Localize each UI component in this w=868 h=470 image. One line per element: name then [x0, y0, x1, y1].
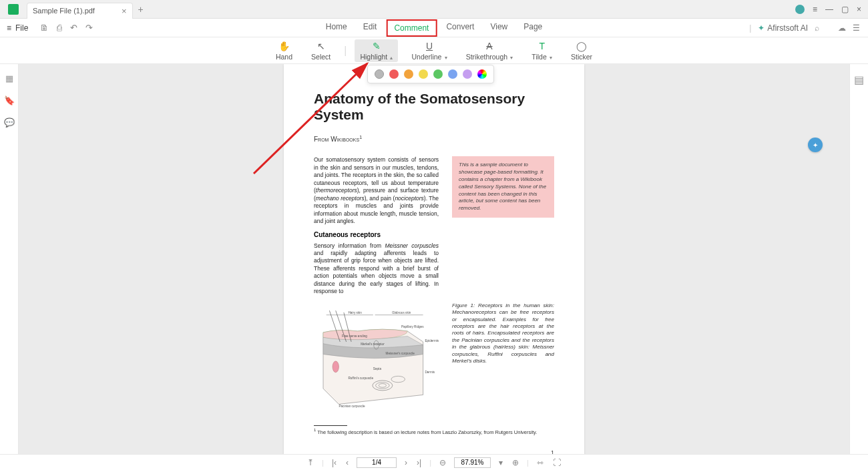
tool-tilde[interactable]: T Tilde ▾ [526, 39, 558, 62]
hand-icon: ✋ [278, 41, 290, 51]
tool-hand[interactable]: ✋ Hand [270, 39, 298, 62]
chevron-down-icon: ▾ [548, 55, 552, 61]
search-icon[interactable]: ⌕ [815, 23, 819, 33]
skin-figure: Hairy skin Glabrous skin Papillary Ridge… [314, 304, 439, 417]
app-logo [0, 4, 27, 15]
color-green[interactable] [433, 69, 443, 79]
footnote-rule [314, 425, 347, 426]
svg-point-11 [333, 361, 339, 373]
sidebar-right: ▤ [849, 64, 868, 454]
subheading: Cutaneous receptors [314, 231, 439, 238]
page-source: From Wikibooks1 [314, 135, 554, 143]
tool-sticker[interactable]: ◯ Sticker [566, 39, 598, 62]
zoom-out-icon[interactable]: ⊖ [438, 458, 447, 467]
document-viewport[interactable]: Anatomy of the Somatosensory System From… [19, 64, 849, 454]
maximize-icon[interactable]: ▢ [841, 5, 849, 14]
svg-text:Hairy skin: Hairy skin [348, 311, 362, 314]
sparkle-icon: ✦ [758, 23, 765, 33]
save-icon[interactable]: 🗎 [40, 23, 49, 33]
menu-edit[interactable]: Edit [357, 19, 384, 37]
minimize-icon[interactable]: — [825, 5, 833, 14]
fit-page-icon[interactable]: ⛶ [552, 458, 562, 467]
color-blue[interactable] [448, 69, 457, 79]
strikethrough-icon: A [486, 41, 492, 51]
titlebar: Sample File (1).pdf × + ≡ — ▢ × [0, 0, 868, 19]
svg-text:Septa: Septa [373, 367, 382, 371]
svg-text:Ruffini's corpuscle: Ruffini's corpuscle [348, 377, 373, 380]
file-menu[interactable]: ≡ File [0, 23, 35, 33]
hamburger-icon[interactable]: ≡ [813, 5, 817, 14]
cutaneous-paragraph: Sensory information from Meissner corpus… [314, 242, 439, 296]
sample-note-box: This is a sample document to showcase pa… [452, 156, 554, 218]
menu-icon: ≡ [7, 23, 11, 33]
ai-float-badge[interactable]: ✦ [808, 138, 823, 152]
zoom-dd-icon[interactable]: ▾ [497, 458, 504, 467]
prev-page-icon[interactable]: ‹ [345, 458, 350, 467]
sidebar-left: ▦ 🔖 💬 [0, 64, 19, 454]
svg-text:Papillary Ridges: Papillary Ridges [401, 325, 424, 328]
tool-select[interactable]: ↖ Select [306, 39, 336, 62]
fit-width-icon[interactable]: ⇿ [535, 458, 545, 467]
page-input[interactable] [357, 457, 397, 468]
undo-icon[interactable]: ↶ [70, 23, 77, 33]
menubar: ≡ File 🗎 ⎙ ↶ ↷ Home Edit Comment Convert… [0, 19, 868, 37]
color-custom[interactable] [477, 69, 487, 79]
close-icon[interactable]: × [857, 5, 861, 14]
svg-text:Pacinian corpuscle: Pacinian corpuscle [339, 405, 365, 408]
color-gray[interactable] [375, 69, 384, 79]
menu-view[interactable]: View [483, 19, 514, 37]
next-page-icon[interactable]: › [403, 458, 409, 467]
comment-toolbar: ✋ Hand ↖ Select | ✎ Highlight ▴ U Underl… [0, 37, 868, 64]
document-tab[interactable]: Sample File (1).pdf × [27, 3, 133, 19]
svg-text:Merkel's receptor: Merkel's receptor [361, 342, 385, 345]
tab-add-icon[interactable]: + [138, 4, 144, 15]
underline-icon: U [426, 41, 433, 51]
chevron-down-icon: ▾ [443, 55, 447, 61]
go-top-icon[interactable]: ⤒ [306, 458, 315, 467]
highlight-icon: ✎ [373, 41, 381, 51]
color-orange[interactable] [404, 69, 413, 79]
tool-underline[interactable]: U Underline ▾ [406, 39, 452, 62]
figure-caption: Figure 1: Receptors in the human skin: M… [452, 302, 554, 365]
page-number: 1 [314, 449, 554, 454]
color-red[interactable] [389, 69, 399, 79]
color-yellow[interactable] [419, 69, 428, 79]
properties-icon[interactable]: ▤ [854, 73, 864, 86]
svg-text:Meissner's corpuscle: Meissner's corpuscle [386, 351, 415, 355]
comments-panel-icon[interactable]: 💬 [4, 118, 15, 128]
user-avatar[interactable] [795, 5, 805, 14]
settings-lines-icon[interactable]: ☰ [853, 23, 860, 33]
svg-text:Glabrous skin: Glabrous skin [392, 311, 411, 314]
menu-page[interactable]: Page [517, 19, 549, 37]
menu-home[interactable]: Home [319, 19, 354, 37]
menu-comment[interactable]: Comment [386, 19, 437, 37]
zoom-input[interactable] [454, 457, 491, 468]
svg-text:Free nerve ending: Free nerve ending [342, 334, 367, 338]
svg-text:Epidermis: Epidermis [425, 339, 439, 342]
statusbar: ⤒ | |‹ ‹ › ›| | ⊖ ▾ ⊕ | ⇿ ⛶ [0, 454, 868, 470]
chevron-up-icon: ▴ [389, 55, 393, 61]
main-menu: Home Edit Comment Convert View Page [319, 19, 550, 37]
first-page-icon[interactable]: |‹ [331, 458, 338, 467]
footnote: 1 The following description is based on … [314, 428, 554, 435]
ai-text: Afirstsoft AI [767, 23, 808, 33]
last-page-icon[interactable]: ›| [415, 458, 423, 467]
zoom-in-icon[interactable]: ⊕ [511, 458, 520, 467]
redo-icon[interactable]: ↷ [85, 23, 93, 33]
cloud-icon[interactable]: ☁ [838, 23, 846, 33]
tool-strikethrough[interactable]: A Strikethrough ▾ [461, 39, 519, 62]
pdf-page: Anatomy of the Somatosensory System From… [284, 64, 584, 454]
color-palette [367, 65, 494, 83]
bookmark-icon[interactable]: 🔖 [4, 95, 15, 105]
tool-highlight[interactable]: ✎ Highlight ▴ [355, 39, 398, 62]
cursor-icon: ↖ [317, 41, 325, 51]
svg-text:Dermis: Dermis [425, 371, 435, 374]
color-purple[interactable] [463, 69, 472, 79]
tab-close-icon[interactable]: × [122, 6, 127, 16]
chevron-down-icon: ▾ [509, 55, 513, 61]
print-icon[interactable]: ⎙ [57, 23, 62, 33]
menu-convert[interactable]: Convert [439, 19, 481, 37]
intro-paragraph: Our somatosensory system consists of sen… [314, 156, 439, 225]
thumbnails-icon[interactable]: ▦ [5, 73, 13, 83]
ai-button[interactable]: ✦ Afirstsoft AI [758, 23, 808, 33]
